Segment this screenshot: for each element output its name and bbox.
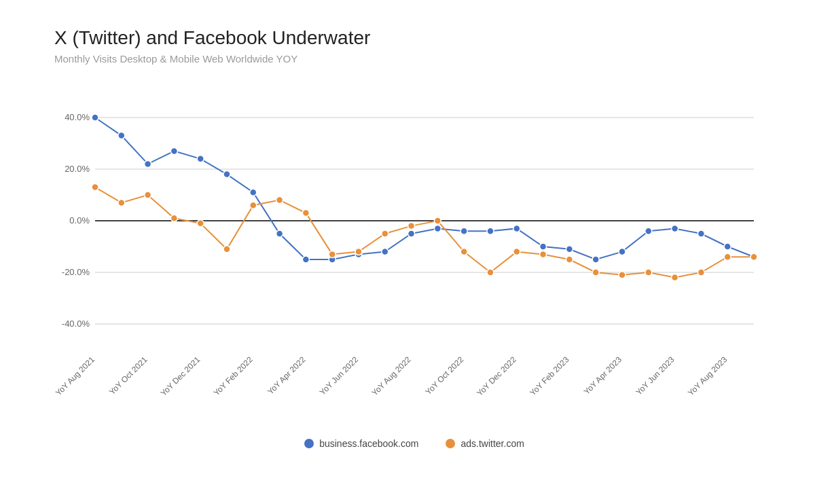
svg-point-45 — [672, 225, 678, 232]
svg-text:YoY Aug 2022: YoY Aug 2022 — [369, 355, 412, 397]
svg-point-70 — [645, 269, 652, 276]
svg-point-63 — [460, 249, 467, 255]
svg-point-56 — [276, 197, 283, 204]
svg-text:-40.0%: -40.0% — [62, 319, 90, 329]
svg-point-53 — [197, 220, 204, 227]
legend-twitter: ads.twitter.com — [446, 438, 524, 449]
svg-point-68 — [592, 269, 599, 276]
chart-svg: 40.0%20.0%0.0%-20.0%-40.0%YoY Aug 2021Yo… — [54, 78, 774, 431]
svg-text:YoY Feb 2022: YoY Feb 2022 — [212, 355, 255, 397]
facebook-legend-label: business.facebook.com — [319, 438, 418, 449]
svg-point-26 — [170, 147, 177, 154]
svg-text:YoY Jun 2023: YoY Jun 2023 — [634, 355, 676, 397]
svg-text:YoY Aug 2023: YoY Aug 2023 — [686, 355, 729, 397]
svg-point-27 — [197, 156, 204, 162]
svg-point-67 — [566, 256, 573, 263]
svg-point-36 — [434, 225, 441, 232]
svg-text:-20.0%: -20.0% — [62, 267, 90, 277]
twitter-legend-dot — [446, 439, 455, 448]
svg-point-31 — [302, 256, 309, 263]
svg-point-42 — [592, 256, 599, 263]
svg-text:YoY Apr 2022: YoY Apr 2022 — [266, 355, 308, 397]
svg-point-37 — [460, 228, 467, 234]
svg-point-55 — [250, 202, 257, 209]
svg-text:YoY Jun 2022: YoY Jun 2022 — [318, 355, 361, 397]
svg-point-28 — [223, 171, 230, 178]
svg-text:YoY Apr 2023: YoY Apr 2023 — [582, 355, 624, 397]
svg-text:YoY Oct 2022: YoY Oct 2022 — [424, 355, 466, 397]
svg-point-34 — [382, 249, 388, 255]
svg-point-43 — [619, 249, 626, 255]
chart-area: 40.0%20.0%0.0%-20.0%-40.0%YoY Aug 2021Yo… — [54, 78, 774, 431]
svg-text:YoY Dec 2021: YoY Dec 2021 — [159, 355, 202, 398]
svg-point-61 — [408, 223, 415, 230]
svg-point-51 — [145, 192, 151, 198]
svg-point-47 — [724, 243, 731, 250]
svg-point-69 — [619, 272, 626, 278]
svg-point-62 — [434, 217, 441, 224]
svg-text:20.0%: 20.0% — [65, 164, 90, 174]
svg-point-57 — [302, 210, 309, 217]
svg-point-66 — [540, 251, 547, 257]
svg-text:YoY Dec 2022: YoY Dec 2022 — [475, 355, 518, 398]
chart-subtitle: Monthly Visits Desktop & Mobile Web Worl… — [54, 53, 774, 65]
svg-point-54 — [223, 246, 230, 253]
svg-text:40.0%: 40.0% — [65, 112, 90, 122]
svg-point-46 — [698, 230, 704, 237]
svg-point-35 — [408, 230, 415, 237]
svg-text:YoY Aug 2021: YoY Aug 2021 — [54, 355, 96, 397]
svg-point-39 — [513, 225, 520, 232]
facebook-legend-dot — [304, 439, 314, 448]
svg-text:YoY Oct 2021: YoY Oct 2021 — [107, 355, 149, 397]
svg-point-24 — [118, 132, 125, 139]
svg-point-44 — [645, 228, 652, 234]
svg-point-49 — [92, 184, 98, 191]
chart-title: X (Twitter) and Facebook Underwater — [54, 27, 774, 49]
svg-point-60 — [382, 230, 388, 237]
svg-point-65 — [513, 249, 520, 255]
chart-container: X (Twitter) and Facebook Underwater Mont… — [0, 0, 815, 504]
svg-point-30 — [276, 230, 283, 237]
legend-facebook: business.facebook.com — [304, 438, 418, 449]
svg-text:YoY Feb 2023: YoY Feb 2023 — [528, 355, 570, 397]
svg-point-71 — [672, 274, 678, 281]
svg-point-64 — [487, 269, 494, 276]
svg-point-29 — [250, 189, 257, 196]
svg-point-72 — [698, 269, 704, 276]
svg-point-23 — [92, 114, 98, 121]
svg-text:0.0%: 0.0% — [69, 215, 90, 226]
svg-point-25 — [145, 160, 151, 167]
svg-point-50 — [118, 199, 125, 206]
chart-legend: business.facebook.com ads.twitter.com — [54, 438, 774, 449]
svg-point-52 — [170, 215, 177, 221]
twitter-legend-label: ads.twitter.com — [460, 438, 524, 449]
svg-point-40 — [540, 243, 547, 250]
svg-point-59 — [355, 249, 362, 255]
svg-point-38 — [487, 228, 494, 234]
svg-point-58 — [329, 251, 336, 257]
svg-point-74 — [750, 253, 757, 260]
svg-point-73 — [724, 253, 731, 260]
svg-point-41 — [566, 246, 573, 253]
